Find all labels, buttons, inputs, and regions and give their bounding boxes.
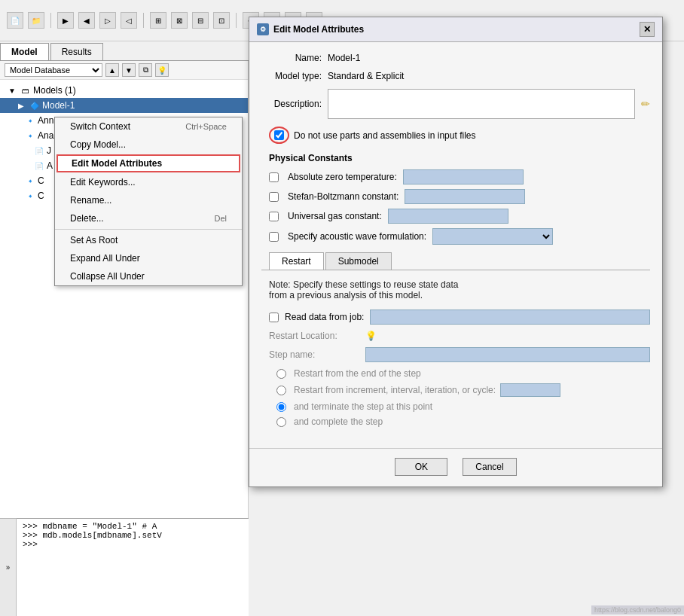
toolbar-icon-2[interactable]: ◀	[78, 12, 95, 29]
modal-dialog: ⚙ Edit Model Attributes ✕ Name: Model-1 …	[249, 17, 663, 487]
name-row: Name: Model-1	[261, 53, 650, 63]
tab-submodel[interactable]: Submodel	[325, 252, 392, 270]
context-menu-edit-attributes[interactable]: Edit Model Attributes	[56, 154, 240, 172]
radio-end-step[interactable]	[276, 369, 286, 379]
expand-all-label: Expand All Under	[70, 253, 140, 264]
toolbar-icon-1[interactable]: ▶	[57, 12, 74, 29]
console-wrapper: » >>> mdbname = "Model-1" # A >>> mdb.mo…	[0, 518, 249, 616]
modal-title: ⚙ Edit Model Attributes	[257, 23, 364, 35]
context-menu-expand-all[interactable]: Expand All Under	[55, 249, 242, 267]
console-arrow-icon: »	[6, 563, 11, 572]
context-menu-sep	[55, 229, 242, 230]
model-obj-icon: 🔷	[29, 99, 41, 111]
description-row: Description: ✏	[261, 89, 650, 119]
file-open-icon[interactable]: 📁	[28, 12, 44, 29]
delete-shortcut: Del	[214, 214, 227, 223]
toolbar-icon-5[interactable]: ⊞	[150, 12, 166, 29]
toolbar-icon-4[interactable]: ◁	[121, 12, 137, 29]
modal-title-text: Edit Model Attributes	[273, 24, 364, 35]
abs-zero-label: Absolute zero temperature:	[288, 172, 397, 182]
tree-item-ana-label: Ana	[38, 130, 53, 141]
modal-titlebar: ⚙ Edit Model Attributes ✕	[249, 17, 662, 42]
stefan-label: Stefan-Boltzmann constant:	[288, 191, 398, 202]
context-menu-switch-context[interactable]: Switch Context Ctrl+Space	[55, 117, 242, 136]
no-parts-checkbox[interactable]	[274, 130, 284, 140]
tree-copy-btn[interactable]: ⧉	[139, 63, 152, 77]
read-data-input[interactable]	[370, 310, 650, 325]
abs-zero-input[interactable]	[403, 169, 524, 184]
tree-item-models[interactable]: ▼ 🗃 Models (1)	[0, 83, 248, 98]
context-menu-rename[interactable]: Rename...	[55, 191, 242, 209]
toolbar-icon-3[interactable]: ▷	[99, 12, 116, 29]
step-name-input[interactable]	[365, 347, 650, 362]
console-area[interactable]: >>> mdbname = "Model-1" # A >>> mdb.mode…	[17, 518, 249, 616]
restart-location-icon[interactable]: 💡	[365, 331, 377, 341]
physical-row-acoustic: Specify acoustic wave formulation:	[261, 228, 650, 245]
toolbar-icon-8[interactable]: ⊡	[213, 12, 230, 29]
tab-model[interactable]: Model	[0, 43, 49, 60]
physical-row-stefan: Stefan-Boltzmann constant:	[261, 189, 650, 204]
model1-icon: ▶	[15, 99, 27, 111]
tree-item-model1[interactable]: ▶ 🔷 Model-1	[0, 98, 248, 113]
abs-zero-checkbox[interactable]	[269, 172, 279, 182]
tree-settings-btn[interactable]: 💡	[155, 63, 169, 77]
description-edit-icon[interactable]: ✏	[641, 98, 650, 110]
console-line-3: >>>	[23, 540, 243, 549]
main-tab-bar: Model Results	[0, 41, 249, 61]
stefan-checkbox[interactable]	[269, 192, 279, 202]
tab-results[interactable]: Results	[50, 43, 103, 60]
read-data-checkbox[interactable]	[269, 313, 279, 322]
name-value: Model-1	[328, 53, 360, 63]
description-input[interactable]	[328, 89, 635, 119]
modal-body: Name: Model-1 Model type: Standard & Exp…	[249, 42, 662, 442]
tab-restart[interactable]: Restart	[269, 252, 324, 270]
tree-item-a-label: A	[47, 160, 53, 171]
toolbar-separator-1	[50, 13, 51, 28]
file-new-icon[interactable]: 📄	[7, 12, 23, 29]
tree-up-btn[interactable]: ▲	[105, 63, 119, 77]
context-menu-delete[interactable]: Delete... Del	[55, 209, 242, 227]
universal-checkbox[interactable]	[269, 212, 279, 221]
radio-terminate[interactable]	[276, 402, 286, 412]
acoustic-select[interactable]	[432, 228, 553, 245]
ok-button[interactable]: OK	[395, 458, 447, 476]
context-menu-set-as-root[interactable]: Set As Root	[55, 231, 242, 249]
universal-label: Universal gas constant:	[288, 211, 382, 221]
radio-row-3: and terminate the step at this point	[261, 401, 650, 412]
context-menu-collapse-all[interactable]: Collapse All Under	[55, 267, 242, 285]
expand-icon: ▼	[6, 84, 18, 96]
modal-close-button[interactable]: ✕	[640, 22, 655, 37]
radio-row-2: Restart from increment, interval, iterat…	[261, 383, 650, 397]
tree-item-ann-label: Ann	[38, 115, 53, 126]
toolbar-icon-6[interactable]: ⊠	[171, 12, 188, 29]
database-select[interactable]: Model Database	[5, 63, 102, 77]
tree-item-c2-label: C	[38, 191, 44, 201]
radio-complete[interactable]	[276, 417, 286, 427]
context-menu: Switch Context Ctrl+Space Copy Model... …	[54, 117, 243, 286]
c2-icon: 🔹	[24, 190, 36, 202]
cancel-button[interactable]: Cancel	[463, 458, 516, 476]
read-data-row: Read data from job:	[261, 310, 650, 325]
tree-down-btn[interactable]: ▼	[122, 63, 136, 77]
restart-note: Note: Specify these settings to reuse st…	[261, 279, 650, 300]
console-line-1: >>> mdbname = "Model-1" # A	[23, 522, 243, 531]
radio-increment-label: Restart from increment, interval, iterat…	[294, 385, 496, 395]
radio-increment[interactable]	[276, 386, 286, 395]
acoustic-checkbox[interactable]	[269, 232, 279, 242]
step-name-row: Step name:	[261, 347, 650, 362]
console-line-2: >>> mdb.models[mdbname].setV	[23, 531, 243, 540]
stefan-input[interactable]	[405, 189, 525, 204]
toolbar-icon-7[interactable]: ⊟	[192, 12, 209, 29]
console-sidebar-icon[interactable]: »	[0, 518, 17, 616]
radio-row-4: and complete the step	[261, 416, 650, 427]
universal-input[interactable]	[388, 209, 508, 224]
tree-item-models-label: Models (1)	[33, 85, 76, 96]
radio-increment-input[interactable]	[500, 383, 560, 397]
context-menu-copy-model[interactable]: Copy Model...	[55, 136, 242, 154]
context-menu-edit-keywords[interactable]: Edit Keywords...	[55, 173, 242, 191]
checkbox-highlight	[269, 127, 289, 144]
dialog-title-icon: ⚙	[257, 23, 269, 35]
ana-icon: 🔹	[24, 130, 36, 142]
restart-note-text: Note: Specify these settings to reuse st…	[269, 279, 458, 300]
tree-item-c1-label: C	[38, 175, 44, 186]
